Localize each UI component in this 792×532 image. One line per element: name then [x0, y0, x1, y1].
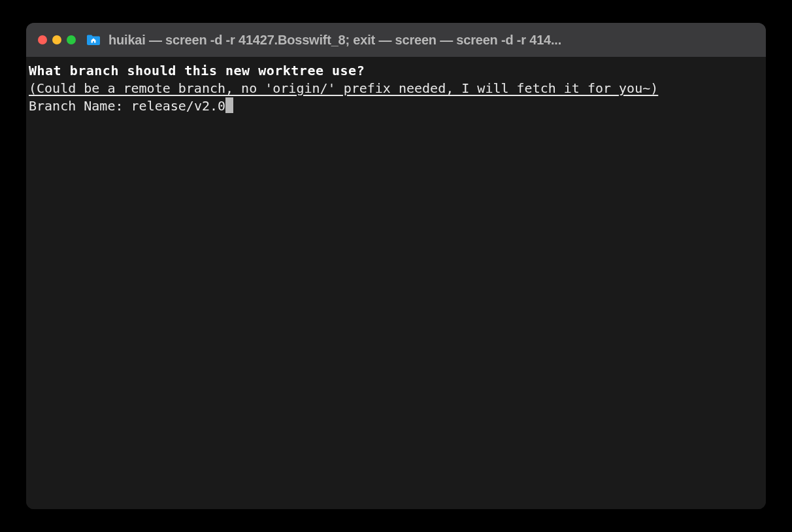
window-title: huikai — screen -d -r 41427.Bosswift_8; … — [108, 33, 561, 48]
prompt-heading: What branch should this new worktree use… — [29, 63, 365, 78]
prompt-hint: (Could be a remote branch, no 'origin/' … — [29, 80, 658, 96]
text-cursor — [225, 97, 233, 113]
branch-prompt: Branch Name: release/v2.0 — [29, 98, 233, 114]
terminal-body[interactable]: What branch should this new worktree use… — [26, 57, 766, 509]
terminal-window: huikai — screen -d -r 41427.Bosswift_8; … — [26, 23, 766, 509]
minimize-button[interactable] — [52, 35, 61, 44]
title-bar: huikai — screen -d -r 41427.Bosswift_8; … — [26, 23, 766, 57]
branch-input-value[interactable]: release/v2.0 — [131, 98, 226, 114]
branch-input-label: Branch Name: — [29, 98, 131, 114]
maximize-button[interactable] — [67, 35, 76, 44]
traffic-lights — [38, 35, 76, 44]
close-button[interactable] — [38, 35, 47, 44]
folder-home-icon — [86, 34, 101, 46]
